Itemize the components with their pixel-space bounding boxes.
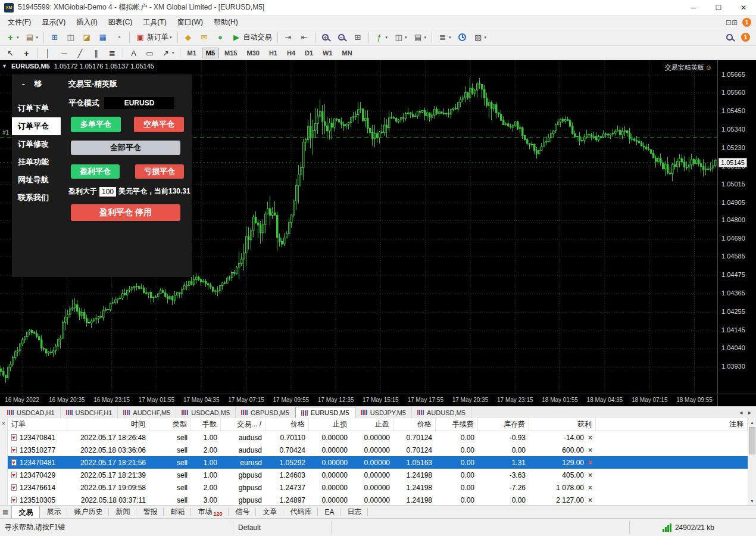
- arrows-button[interactable]: ↗▾: [158, 48, 177, 59]
- menu-view[interactable]: 显示(V): [36, 16, 71, 29]
- column-header-price-current[interactable]: 价格: [393, 418, 436, 431]
- toolbar-notification-badge[interactable]: 1: [741, 33, 750, 42]
- close-button[interactable]: ✕: [731, 0, 756, 15]
- channel-button[interactable]: ∥: [89, 48, 104, 59]
- close-all-button[interactable]: 全部平仓: [71, 141, 180, 155]
- fibonacci-button[interactable]: ≣: [105, 48, 120, 59]
- ea-menu-order-place[interactable]: 订单下单: [12, 99, 61, 117]
- navigator-button[interactable]: ◪: [79, 32, 94, 43]
- terminal-tab-mailbox[interactable]: 邮箱: [164, 506, 191, 518]
- close-long-button[interactable]: 多单平仓: [71, 117, 121, 132]
- chart-tab-eurusd-m5[interactable]: EURUSD,M5: [295, 407, 355, 418]
- time-axis[interactable]: 16 May 202216 May 20:3516 May 23:1517 Ma…: [0, 394, 756, 406]
- layout-icon[interactable]: ⊞: [732, 18, 738, 27]
- timeframe-h1-button[interactable]: H1: [265, 48, 282, 58]
- terminal-tab-exposure[interactable]: 展示: [40, 506, 67, 518]
- order-row-123470481[interactable]: 1234704812022.05.17 18:21:56sell1.00euru…: [8, 456, 748, 469]
- ea-menu-order-close[interactable]: 订单平仓: [12, 117, 61, 135]
- ea-minimize-button[interactable]: -: [22, 79, 25, 89]
- order-row-123470841[interactable]: 1234708412022.05.17 18:26:48sell1.00audu…: [8, 431, 748, 444]
- profiles-button[interactable]: ▤▾: [23, 32, 41, 43]
- tile-windows-button[interactable]: ⊞: [351, 32, 365, 43]
- tabs-scroll-left-button[interactable]: ◄: [738, 410, 743, 416]
- status-profile[interactable]: Default: [233, 521, 332, 534]
- ea-menu-contact-us[interactable]: 联系我们: [12, 189, 61, 207]
- terminal-scrollbar[interactable]: ▲ ▼: [748, 418, 756, 505]
- column-header-tp[interactable]: 止盈: [351, 418, 393, 431]
- close-order-button[interactable]: ×: [588, 459, 592, 467]
- data-window-button[interactable]: ◫: [63, 32, 78, 43]
- timeframe-m1-button[interactable]: M1: [183, 48, 201, 58]
- zoom-in-button[interactable]: +: [318, 31, 333, 43]
- timeframe-h4-button[interactable]: H4: [283, 48, 299, 58]
- close-order-button[interactable]: ×: [588, 496, 592, 504]
- dock-icon[interactable]: ⊡: [726, 18, 732, 27]
- chart-snapshot-button[interactable]: ▧▾: [471, 32, 489, 43]
- label-button[interactable]: ▭: [142, 48, 157, 59]
- timeframe-w1-button[interactable]: W1: [318, 48, 337, 58]
- auto-scroll-button[interactable]: ⇥: [281, 32, 296, 43]
- menu-help[interactable]: 帮助(H): [208, 16, 243, 29]
- order-row-123510277[interactable]: 1235102772022.05.18 03:36:06sell2.00audu…: [8, 444, 748, 456]
- column-header-time[interactable]: 时间: [67, 418, 149, 431]
- terminal-tab-articles[interactable]: 文章: [256, 506, 283, 518]
- ea-menu-pending-order[interactable]: 挂单功能: [12, 153, 61, 171]
- profit-close-toggle-button[interactable]: 盈利平仓 停用: [71, 204, 180, 221]
- chart-tab-audchf-m5[interactable]: AUDCHF,M5: [118, 407, 176, 418]
- menu-charts[interactable]: 图表(C): [103, 16, 138, 29]
- notification-badge[interactable]: 1: [742, 18, 751, 27]
- timeframe-m30-button[interactable]: M30: [242, 48, 263, 58]
- terminal-tab-journal[interactable]: 日志: [340, 506, 368, 518]
- maximize-button[interactable]: ☐: [706, 0, 731, 15]
- ea-menu-order-modify[interactable]: 订单修改: [12, 135, 61, 153]
- menu-tools[interactable]: 工具(T): [138, 16, 171, 29]
- chart-shift-button[interactable]: ⇤: [297, 32, 312, 43]
- price-axis[interactable]: 1.056651.055601.054501.053401.052301.051…: [717, 60, 756, 406]
- scroll-up-button[interactable]: ▲: [748, 418, 756, 426]
- zoom-out-button[interactable]: −: [335, 31, 349, 43]
- autotrading-button[interactable]: ▶自动交易: [229, 30, 274, 44]
- chart-tab-usdchf-h1[interactable]: USDCHF,H1: [61, 407, 118, 418]
- close-losing-button[interactable]: 亏损平仓: [135, 164, 184, 179]
- timeframe-d1-button[interactable]: D1: [301, 48, 317, 58]
- column-header-comment[interactable]: 注释: [596, 418, 748, 431]
- timeframe-m5-button[interactable]: M5: [202, 48, 219, 58]
- market-watch-button[interactable]: ⊞: [47, 32, 62, 43]
- column-header-price-open[interactable]: 价格: [265, 418, 309, 431]
- terminal-tab-account-history[interactable]: 账户历史: [67, 506, 109, 518]
- chart-tab-usdcad-h1[interactable]: USDCAD,H1: [2, 407, 61, 418]
- menu-insert[interactable]: 插入(I): [71, 16, 102, 29]
- minimize-button[interactable]: ─: [681, 0, 706, 15]
- terminal-tab-signals[interactable]: 信号: [229, 506, 256, 518]
- order-row-123510305[interactable]: 1235103052022.05.18 03:37:11sell3.00gbpu…: [8, 494, 748, 505]
- chart-tab-usdcad-m5[interactable]: USDCAD,M5: [176, 407, 236, 418]
- terminal-tab-news[interactable]: 新闻: [109, 506, 136, 518]
- ea-menu-site-nav[interactable]: 网址导航: [12, 171, 61, 189]
- column-header-profit[interactable]: 获利: [529, 418, 596, 431]
- column-header-swap[interactable]: 库存费: [478, 418, 529, 431]
- column-header-sl[interactable]: 止损: [309, 418, 351, 431]
- column-header-type[interactable]: 类型: [149, 418, 191, 431]
- profit-threshold-input[interactable]: [99, 187, 116, 197]
- scroll-down-button[interactable]: ▼: [748, 497, 756, 505]
- terminal-tab-ea[interactable]: EA: [318, 506, 340, 518]
- cursor-button[interactable]: ↖: [3, 48, 18, 59]
- text-button[interactable]: A: [126, 48, 141, 59]
- depth-of-market-button[interactable]: ≣▾: [435, 32, 454, 43]
- search-icon[interactable]: [726, 34, 733, 40]
- trendline-button[interactable]: ╱: [73, 48, 88, 59]
- chart-tab-usdjpy-m5[interactable]: USDJPY,M5: [355, 407, 412, 418]
- scrollbar-thumb[interactable]: [749, 427, 755, 454]
- ea-move-button[interactable]: 移: [35, 79, 42, 89]
- close-order-button[interactable]: ×: [588, 484, 592, 492]
- terminal-tab-trade[interactable]: 交易: [11, 506, 40, 518]
- order-row-123476614[interactable]: 1234766142022.05.17 19:09:58sell2.00gbpu…: [8, 481, 748, 494]
- close-profitable-button[interactable]: 盈利平仓: [71, 164, 120, 179]
- one-click-trading-arrow-icon[interactable]: ▼: [2, 63, 7, 69]
- timeframe-m15-button[interactable]: M15: [220, 48, 241, 58]
- crosshair-button[interactable]: +: [19, 47, 34, 60]
- tabs-scroll-right-button[interactable]: ►: [747, 410, 752, 416]
- timeframe-mn-button[interactable]: MN: [338, 48, 357, 58]
- chart-tab-gbpusd-m5[interactable]: GBPUSD,M5: [236, 407, 295, 418]
- terminal-tab-code-base[interactable]: 代码库: [283, 506, 318, 518]
